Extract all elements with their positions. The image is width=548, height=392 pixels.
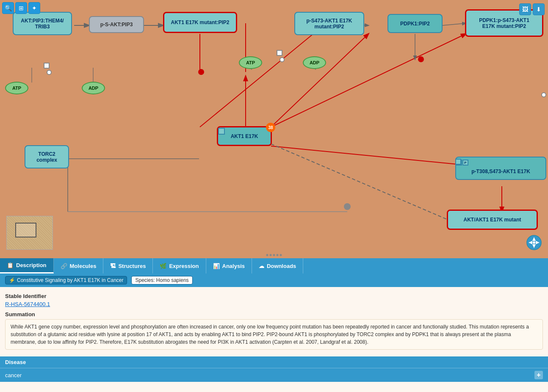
search-icon[interactable]: 🔍 <box>2 2 14 14</box>
phospho-p2: P <box>462 160 468 166</box>
pathway-icon: ⚡ <box>9 277 15 283</box>
node-adp-1[interactable]: ADP <box>82 82 105 94</box>
node-atp-1[interactable]: ATP <box>5 82 28 94</box>
info-content: Stable Identifier R-HSA-5674400.1 Summat… <box>0 287 548 356</box>
pathway-tag[interactable]: ⚡ Constitutive Signaling by AKT1 E17K in… <box>5 276 127 284</box>
circle-connector-right <box>541 92 546 97</box>
tabs-area: 📋 Description 🔗 Molecules 🏗 Structures 🌿… <box>0 258 548 273</box>
node-akt-pip3-trib3[interactable]: AKT:PIP3:THEM4/ TRIB3 <box>13 12 72 35</box>
phospho-marker-akt1 <box>218 128 225 135</box>
tab-description[interactable]: 📋 Description <box>0 258 54 273</box>
disease-label: Disease <box>5 359 26 365</box>
tab-expression-icon: 🌿 <box>160 263 166 269</box>
tab-expression[interactable]: 🌿 Expression <box>153 258 206 273</box>
badge-38: 38 <box>266 123 275 132</box>
tab-structures-icon: 🏗 <box>110 263 116 269</box>
node-torc2-complex[interactable]: TORC2complex <box>25 145 69 168</box>
circle-red-2 <box>418 56 424 62</box>
tab-analysis[interactable]: 📊 Analysis <box>206 258 252 273</box>
diagram-area: 🔍 ⊞ ✦ 🖼 ⬇ AKT:PIP3:THEM4/ TRIB3 p-S-AKT:… <box>0 0 548 258</box>
tab-molecules[interactable]: 🔗 Molecules <box>54 258 104 273</box>
circle-connector-2 <box>280 57 285 62</box>
summation-text: While AKT1 gene copy number, expression … <box>5 319 543 350</box>
network-icon[interactable]: ✦ <box>28 2 40 14</box>
nav-arrows[interactable] <box>526 235 542 252</box>
disease-value: cancer <box>5 372 22 378</box>
tab-structures[interactable]: 🏗 Structures <box>103 258 153 273</box>
node-atp-2[interactable]: ATP <box>239 56 262 69</box>
node-p-s-akt-pip3[interactable]: p-S-AKT:PIP3 <box>89 16 144 33</box>
summation-label: Summation <box>5 311 543 317</box>
dots-separator <box>266 254 282 256</box>
node-p-s473-akt1-e17k-pip2[interactable]: p-S473-AKT1 E17Kmutant:PIP2 <box>294 12 364 35</box>
sq-connector-2 <box>277 50 282 56</box>
diagram-toolbar-left: 🔍 ⊞ ✦ <box>2 2 40 14</box>
node-p-t308-s473[interactable]: P P p-T308,S473-AKT1 E17K <box>455 157 546 180</box>
tab-analysis-icon: 📊 <box>213 263 220 269</box>
stable-id-label: Stable Identifier <box>5 293 543 299</box>
tab-downloads[interactable]: ☁ Downloads <box>252 258 303 273</box>
disease-expand-button[interactable]: + <box>534 371 543 379</box>
sq-connector-teal <box>455 159 461 165</box>
node-akt1-e17k-mutant-pip2[interactable]: AKT1 E17K mutant:PIP2 <box>163 12 237 33</box>
download-icon[interactable]: ⬇ <box>533 3 545 15</box>
node-akt1-e17k[interactable]: AKT1 E17K <box>217 126 272 146</box>
zoom-fit-icon[interactable]: ⊞ <box>15 2 27 14</box>
diagram-toolbar-right: 🖼 ⬇ <box>519 3 545 15</box>
node-akt-akt1-e17k-mutant[interactable]: AKT/AKT1 E17K mutant <box>447 210 538 230</box>
svg-point-26 <box>533 241 535 244</box>
tab-downloads-icon: ☁ <box>259 263 264 269</box>
info-area: ⚡ Constitutive Signaling by AKT1 E17K in… <box>0 273 548 392</box>
circle-gray-1 <box>344 203 351 210</box>
minimap <box>6 216 53 250</box>
stable-id-link[interactable]: R-HSA-5674400.1 <box>5 301 50 307</box>
node-pdpk1-pip2[interactable]: PDPK1:PIP2 <box>387 14 443 33</box>
disease-value-row[interactable]: cancer + <box>0 368 548 382</box>
image-export-icon[interactable]: 🖼 <box>519 3 531 15</box>
disease-row: Disease <box>0 356 548 368</box>
circle-red-1 <box>198 69 204 75</box>
node-adp-2[interactable]: ADP <box>303 56 326 69</box>
species-tag[interactable]: Species: Homo sapiens <box>131 276 192 284</box>
tab-description-icon: 📋 <box>7 262 14 268</box>
sq-connector-1 <box>44 63 50 69</box>
tab-molecules-icon: 🔗 <box>61 263 67 269</box>
circle-connector-1 <box>47 70 52 75</box>
info-header-bar: ⚡ Constitutive Signaling by AKT1 E17K in… <box>0 273 548 287</box>
